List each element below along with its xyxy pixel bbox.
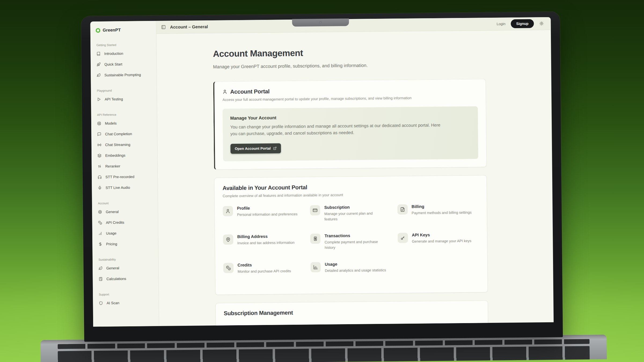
- headphones-icon: [98, 175, 102, 179]
- sidebar-item-models[interactable]: Models: [96, 117, 154, 129]
- dollar-icon: [98, 242, 102, 246]
- greenpt-logo-icon: [96, 28, 100, 32]
- bar-chart-icon: [98, 231, 102, 235]
- open-account-portal-button[interactable]: Open Account Portal: [230, 143, 281, 154]
- sidebar-item-api-credits[interactable]: API Credits: [96, 217, 155, 228]
- sidebar-item-label: Pricing: [106, 242, 117, 246]
- feature-description: Detailed analytics and usage statistics: [325, 267, 391, 274]
- gear-icon: [98, 210, 102, 214]
- sidebar-item-sustainability-general[interactable]: General: [97, 262, 155, 274]
- feature-api-keys: API Keys Generate and manage your API ke…: [398, 232, 479, 256]
- sidebar-item-quick-start[interactable]: Quick Start: [95, 58, 153, 70]
- feature-description: Invoice and tax address information: [237, 240, 299, 246]
- keyboard-number-row: [58, 346, 590, 362]
- credit-card-icon: [313, 208, 317, 213]
- sidebar-item-usage[interactable]: Usage: [97, 227, 155, 239]
- sidebar-item-label: Reranker: [105, 164, 120, 168]
- rocket-icon: [97, 62, 101, 66]
- account-portal-card: Account Portal Access your full account …: [213, 79, 487, 169]
- play-icon: [97, 97, 101, 101]
- sidebar-item-label: Models: [105, 121, 117, 125]
- brand-logo[interactable]: GreenPT: [95, 25, 153, 35]
- sidebar-item-pricing[interactable]: Pricing: [97, 238, 155, 249]
- sidebar-item-label: Introduction: [104, 51, 123, 56]
- feature-title: API Keys: [412, 232, 476, 237]
- sidebar-item-ai-scan[interactable]: AI Scan: [97, 297, 155, 308]
- sun-icon[interactable]: [539, 21, 544, 26]
- microphone-icon: [98, 186, 102, 190]
- sidebar-item-api-testing[interactable]: API Testing: [95, 93, 153, 105]
- manage-account-title: Manage Your Account: [230, 113, 470, 121]
- sidebar-item-label: Quick Start: [104, 62, 122, 67]
- feature-title: Usage: [325, 261, 391, 267]
- sidebar-item-calculations[interactable]: Calculations: [97, 273, 155, 284]
- feature-title: Subscription: [324, 204, 391, 210]
- feature-title: Billing Address: [237, 234, 299, 239]
- receipt-icon: [313, 236, 318, 241]
- sidebar-item-embeddings[interactable]: Embeddings: [96, 150, 154, 161]
- laptop-screen: GreenPT Getting Started Introduction Qui…: [81, 12, 563, 342]
- user-icon: [222, 89, 227, 94]
- sidebar-item-label: Chat Streaming: [105, 142, 130, 147]
- chat-icon: [97, 132, 101, 136]
- section-label-getting-started: Getting Started: [96, 43, 153, 47]
- signup-button[interactable]: Signup: [511, 19, 534, 28]
- sidebar-item-chat-streaming[interactable]: Chat Streaming: [96, 139, 154, 150]
- sidebar-item-introduction[interactable]: Introduction: [95, 48, 153, 59]
- feature-title: Billing: [412, 204, 477, 209]
- document-icon: [400, 207, 405, 212]
- main-content: Account Management Manage your GreenPT a…: [156, 30, 554, 326]
- page-subtitle: Manage your GreenPT account profile, sub…: [213, 62, 486, 70]
- sidebar-item-label: AI Scan: [107, 301, 119, 305]
- sidebar-item-stt-live-audio[interactable]: STT Live Audio: [96, 182, 154, 193]
- section-label-sustainability: Sustainability: [98, 257, 155, 261]
- calculator-icon: [99, 277, 103, 281]
- feature-title: Transactions: [324, 233, 391, 238]
- sidebar-item-sustainable-prompting[interactable]: Sustainable Prompting: [95, 69, 153, 80]
- manage-account-body: You can change your profile information …: [230, 122, 444, 137]
- webcam-icon: [319, 21, 322, 24]
- sidebar-item-label: Embeddings: [105, 153, 125, 158]
- features-card-subtitle: Complete overview of all features and in…: [223, 191, 479, 198]
- login-link[interactable]: Login: [497, 22, 506, 26]
- feature-credits: Credits Monitor and purchase API credits: [223, 262, 305, 286]
- panel-left-icon[interactable]: [161, 25, 166, 29]
- features-card-title: Available in Your Account Portal: [222, 182, 478, 191]
- app-window: GreenPT Getting Started Introduction Qui…: [90, 17, 554, 327]
- sidebar-item-account-general[interactable]: General: [96, 206, 155, 217]
- feature-description: Complete payment and purchase history: [325, 239, 392, 250]
- external-link-icon: [273, 146, 277, 150]
- sidebar-item-label: API Testing: [105, 97, 123, 101]
- feature-description: Personal information and preferences: [237, 211, 302, 217]
- section-label-playground: Playground: [97, 88, 153, 92]
- feature-title: Credits: [237, 262, 296, 268]
- portal-card-description: Access your full account management port…: [222, 95, 478, 102]
- sidebar-item-reranker[interactable]: Reranker: [96, 160, 154, 172]
- sidebar-item-label: General: [106, 210, 119, 214]
- sidebar-item-label: API Credits: [106, 220, 124, 225]
- sidebar-item-stt-pre-recorded[interactable]: STT Pre-recorded: [96, 171, 154, 182]
- layers-icon: [97, 153, 101, 157]
- feature-transactions: Transactions Complete payment and purcha…: [310, 233, 392, 257]
- features-grid: Profile Personal information and prefere…: [223, 204, 480, 286]
- feature-billing: Billing Payment methods and billing sett…: [397, 204, 479, 228]
- shield-icon: [99, 301, 103, 305]
- section-label-account: Account: [98, 201, 155, 205]
- page-breadcrumb-title: Account – General: [170, 24, 208, 29]
- sidebar-item-chat-completion[interactable]: Chat Completion: [96, 128, 154, 139]
- coins-icon: [226, 265, 231, 270]
- laptop-notch: [292, 19, 349, 27]
- feature-description: Monitor and purchase API credits: [237, 268, 296, 274]
- open-account-portal-label: Open Account Portal: [235, 146, 271, 150]
- subscription-card-title: Subscription Management: [224, 308, 480, 316]
- feature-subscription: Subscription Manage your current plan an…: [310, 204, 391, 229]
- feature-description: Manage your current plan and features: [324, 210, 392, 222]
- section-label-api-reference: API Reference: [97, 113, 154, 116]
- sidebar-item-label: Usage: [106, 231, 116, 235]
- sidebar: GreenPT Getting Started Introduction Qui…: [90, 21, 159, 327]
- map-pin-icon: [226, 237, 230, 242]
- feature-billing-address: Billing Address Invoice and tax address …: [223, 234, 305, 258]
- brand-name: GreenPT: [103, 28, 121, 33]
- manage-account-box: Manage Your Account You can change your …: [223, 106, 478, 161]
- feature-profile: Profile Personal information and prefere…: [223, 205, 304, 230]
